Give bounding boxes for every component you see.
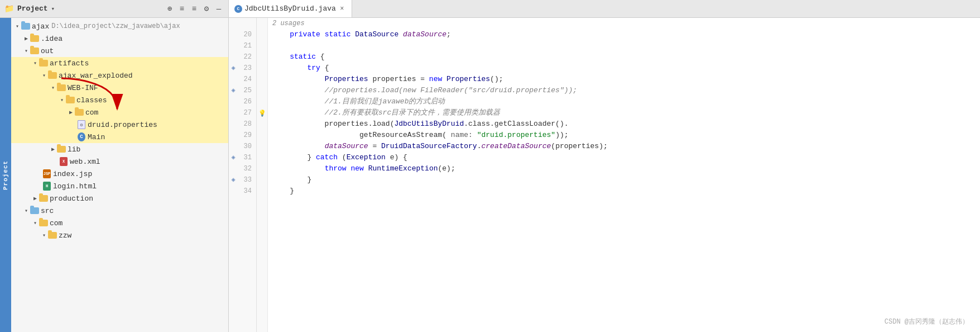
code-area[interactable]: 2 usages private static DataSource dataS… (268, 18, 980, 332)
tree-label-web-xml: web.xml (70, 158, 100, 166)
code-line-22: static { (272, 51, 980, 63)
code-line-28: properties.load( JdbcUtilsByDruid .class… (272, 118, 980, 130)
file-icon-druid-properties: ⚙ (77, 120, 86, 129)
tree-item-lib[interactable]: ▶ lib (11, 143, 228, 155)
gutter-34 (257, 186, 267, 197)
tree-path-ajax: D:\idea_project\zzw_javaweb\ajax (51, 22, 180, 30)
tree-label-main: Main (88, 133, 105, 141)
file-icon-login-html: H (42, 182, 51, 191)
code-line-21 (272, 40, 980, 51)
arrow-zzw: ▾ (40, 231, 48, 239)
tree-label-classes: classes (76, 96, 107, 105)
arrow-production: ▶ (31, 195, 39, 202)
tree-item-out[interactable]: ▾ out (11, 45, 228, 57)
file-icon-web-xml: X (59, 157, 68, 166)
sidebar-toolbar: ⊕ ≡ ≡ ⚙ — (165, 4, 224, 14)
tree-label-web-inf: WEB-INF (68, 84, 98, 92)
tree-item-ajax[interactable]: ▾ ajax D:\idea_project\zzw_javaweb\ajax (11, 20, 228, 32)
folder-icon-out (30, 46, 39, 55)
tree-item-src[interactable]: ▾ src (11, 205, 228, 217)
gutter-31 (257, 152, 267, 163)
toolbar-target-icon[interactable]: ⊕ (165, 4, 175, 14)
tree-item-main[interactable]: C Main (11, 131, 228, 143)
bulb-icon-27[interactable]: 💡 (258, 110, 266, 117)
arrow-web-inf: ▾ (49, 84, 57, 92)
line-number-28: 28 (229, 118, 256, 130)
tree-item-artifacts[interactable]: ▾ artifacts (11, 57, 228, 69)
editor: C JdbcUtilsByDruid.java × 20 21 22 ◈ 23 … (229, 0, 980, 332)
gutter-23 (257, 63, 267, 74)
line-number-34: 34 (229, 186, 256, 197)
line-number-26: 26 (229, 96, 256, 107)
tree-label-com: com (85, 108, 98, 117)
file-icon-index-jsp: JSP (42, 169, 51, 178)
tree-item-classes[interactable]: ▾ classes (11, 94, 228, 106)
code-line-34: } (272, 186, 980, 197)
folder-icon-com (75, 108, 84, 117)
line-number-30: 30 (229, 141, 256, 152)
tree-label-production: production (50, 195, 93, 203)
line-number-24: 24 (229, 74, 256, 85)
tab-close-button[interactable]: × (338, 5, 346, 13)
toolbar-minimize-icon[interactable]: — (214, 4, 224, 14)
line-number-22: 22 (229, 51, 256, 63)
code-line-29: getResourceAsStream( name: "druid.proper… (272, 130, 980, 141)
code-line-33: } (272, 174, 980, 186)
toolbar-collapse-icon[interactable]: ≡ (177, 4, 187, 14)
dropdown-icon[interactable]: ▾ (51, 5, 55, 12)
arrow-lib: ▶ (49, 145, 57, 153)
gutter-26 (257, 96, 267, 107)
arrow-com: ▶ (67, 108, 75, 116)
tree-item-index-jsp[interactable]: JSP index.jsp (11, 168, 228, 180)
line-number-23: ◈ 23 (229, 63, 256, 74)
tree-item-idea[interactable]: ▶ .idea (11, 32, 228, 45)
tree-item-web-inf[interactable]: ▾ WEB-INF (11, 82, 228, 94)
folder-icon-idea (30, 34, 39, 43)
bookmark-icon-25: ◈ (230, 87, 237, 94)
code-line-25: //properties.load(new FileReader("src/dr… (272, 85, 980, 96)
folder-icon-zzw (48, 231, 57, 240)
folder-icon-lib (57, 145, 66, 154)
tree-label-src: src (41, 207, 54, 215)
arrow-ajax: ▾ (13, 22, 21, 30)
line-number-25: ◈ 25 (229, 85, 256, 96)
arrow-ajax-war: ▾ (40, 72, 48, 79)
tab-java-icon: C (234, 5, 242, 13)
arrow-classes: ▾ (58, 96, 66, 104)
usages-text: 2 usages (272, 18, 305, 29)
folder-icon-header: 📁 (4, 4, 14, 13)
line-number-20: 20 (229, 29, 256, 40)
tree-item-com[interactable]: ▶ com (11, 106, 228, 118)
toolbar-expand-icon[interactable]: ≡ (189, 4, 199, 14)
tree-item-production[interactable]: ▶ production (11, 192, 228, 205)
tree-label-ajax: ajax (32, 22, 49, 31)
code-line-32: throw new RuntimeException (e); (272, 163, 980, 174)
project-tree: ▾ ajax D:\idea_project\zzw_javaweb\ajax … (11, 18, 228, 332)
gutter-22 (257, 51, 267, 63)
line-number-27: 27 (229, 107, 256, 118)
gutter-30 (257, 141, 267, 152)
gutter-29 (257, 130, 267, 141)
editor-tab-jdbc[interactable]: C JdbcUtilsByDruid.java × (229, 0, 352, 17)
tree-label-artifacts: artifacts (50, 59, 89, 68)
watermark: CSDN @吉冈秀隆（赵志伟） (885, 317, 969, 326)
watermark-text: CSDN @吉冈秀隆（赵志伟） (885, 318, 969, 326)
line-numbers: 20 21 22 ◈ 23 24 ◈ 25 26 27 28 29 30 ◈ 3… (229, 18, 257, 332)
project-panel-label[interactable]: Project (0, 18, 11, 332)
editor-tabs: C JdbcUtilsByDruid.java × (229, 0, 980, 18)
gutter-20 (257, 29, 267, 40)
tree-item-src-com[interactable]: ▾ com (11, 217, 228, 229)
tree-item-login-html[interactable]: H login.html (11, 180, 228, 192)
sidebar-content: Project ▾ ajax D:\idea_project\zzw_javaw… (0, 18, 228, 332)
code-line-26: //1.目前我们是javaweb的方式启动 (272, 96, 980, 107)
line-number-usages (229, 18, 256, 29)
tree-item-zzw[interactable]: ▾ zzw (11, 229, 228, 241)
editor-content: 20 21 22 ◈ 23 24 ◈ 25 26 27 28 29 30 ◈ 3… (229, 18, 980, 332)
toolbar-settings-icon[interactable]: ⚙ (201, 4, 212, 14)
tree-label-index-jsp: index.jsp (53, 170, 92, 178)
tree-item-ajax-war-exploded[interactable]: ▾ ajax_war_exploded (11, 69, 228, 82)
gutter-25 (257, 85, 267, 96)
tree-label-ajax-war: ajax_war_exploded (59, 72, 133, 80)
tree-item-druid-properties[interactable]: ⚙ druid.properties (11, 118, 228, 131)
tree-item-web-xml[interactable]: X web.xml (11, 155, 228, 168)
